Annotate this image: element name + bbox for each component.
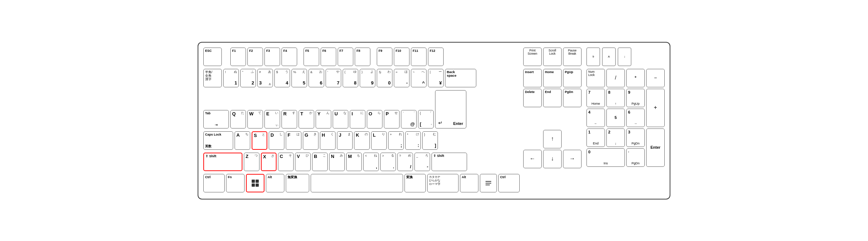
key-u[interactable]: Uな [333, 110, 348, 128]
key-f6[interactable]: F6 [321, 48, 336, 66]
key-at[interactable]: `゛ @ [401, 110, 417, 128]
key-num-2[interactable]: 2 ↓ [606, 128, 625, 147]
key-b[interactable]: Bこ [312, 153, 328, 171]
key-num-add[interactable]: + [646, 89, 665, 127]
key-9[interactable]: )よ 9 [360, 69, 375, 87]
key-p[interactable]: Pせ [384, 110, 400, 128]
key-app[interactable] [480, 174, 497, 192]
key-num-5[interactable]: 5 [606, 109, 625, 127]
key-num-0[interactable]: 0 Ins [586, 148, 625, 167]
key-f11[interactable]: F11 [411, 48, 427, 66]
key-k[interactable]: Kの [354, 131, 370, 150]
key-8[interactable]: (ゆ 8 [343, 69, 358, 87]
key-s[interactable]: Sと [252, 131, 267, 150]
key-num-9[interactable]: 9 PgUp [626, 89, 645, 107]
key-3[interactable]: #あ 3 あ [257, 69, 273, 87]
key-num-8[interactable]: 8 ↑ [606, 89, 625, 107]
key-q[interactable]: Qた [230, 110, 246, 128]
key-x[interactable]: Xさ [261, 153, 277, 171]
key-arrow-left[interactable]: ← [523, 150, 542, 168]
key-home[interactable]: Home [543, 69, 562, 87]
key-2[interactable]: "ふ 2 [240, 69, 256, 87]
key-ctrl-right[interactable]: Ctrl [498, 174, 520, 192]
key-pgdn[interactable]: PgDn [563, 89, 582, 107]
key-f4[interactable]: F4 [282, 48, 297, 66]
key-delete[interactable]: Delete [523, 89, 542, 107]
key-minus[interactable]: =ほ - [394, 69, 409, 87]
key-7[interactable]: 'や 7 [326, 69, 341, 87]
key-period[interactable]: >る . [380, 153, 396, 171]
key-yen[interactable]: |ー ¥ [428, 69, 444, 87]
key-f[interactable]: Fは [286, 131, 301, 150]
key-r[interactable]: Rす [282, 110, 297, 128]
key-o[interactable]: Oら [367, 110, 382, 128]
key-a[interactable]: Aち [235, 131, 250, 150]
key-num-7[interactable]: 7 Home [586, 89, 605, 107]
key-num-3[interactable]: 3 PgDn [626, 128, 645, 147]
key-win[interactable] [246, 174, 264, 192]
key-1[interactable]: !ぬ 1 [223, 69, 239, 87]
key-5[interactable]: %え 5 [291, 69, 307, 87]
key-insert[interactable]: Insert [523, 69, 542, 87]
key-alt-right[interactable]: Alt [460, 174, 478, 192]
key-6[interactable]: &お 6 [309, 69, 324, 87]
key-v[interactable]: Vひ [295, 153, 311, 171]
key-num-enter[interactable]: Enter [646, 128, 665, 167]
key-e[interactable]: Eい い [264, 110, 280, 128]
key-arrow-right[interactable]: → [563, 150, 582, 168]
key-f2[interactable]: F2 [247, 48, 263, 66]
key-f7[interactable]: F7 [338, 48, 353, 66]
key-num-decimal[interactable]: · PgDn [626, 148, 645, 167]
key-muhenkan[interactable]: 無変換 [286, 174, 309, 192]
key-scroll-lock[interactable]: Scroll Lock [543, 48, 562, 66]
key-backspace[interactable]: Back space [445, 69, 476, 87]
key-num-4[interactable]: 4 ← [586, 109, 605, 127]
key-hankaku[interactable]: 半角/ 全角 漢字 [203, 69, 222, 87]
key-enter[interactable]: Enter ↵ [435, 90, 466, 128]
key-shift-right[interactable]: ⇧ Shift [432, 153, 467, 171]
key-num-subtract[interactable]: − [646, 69, 665, 87]
key-semicolon[interactable]: +れ ; [388, 131, 404, 150]
key-c[interactable]: Cそ [278, 153, 294, 171]
key-colon[interactable]: *け : [405, 131, 421, 150]
key-f9[interactable]: F9 [377, 48, 392, 66]
key-tab[interactable]: Tab ⇥ [203, 110, 229, 128]
key-f5[interactable]: F5 [304, 48, 319, 66]
key-j[interactable]: Jま [337, 131, 353, 150]
key-m[interactable]: Mも [346, 153, 362, 171]
key-f3[interactable]: F3 [264, 48, 280, 66]
key-num-6[interactable]: 6 → [626, 109, 645, 127]
key-comma[interactable]: <ね , [363, 153, 379, 171]
key-backslash[interactable]: _ろ - [414, 153, 430, 171]
key-esc[interactable]: ESC [203, 48, 222, 66]
key-arrow-down[interactable]: ↓ [543, 150, 562, 168]
key-f10[interactable]: F10 [394, 48, 409, 66]
key-i[interactable]: Iに [350, 110, 365, 128]
key-space[interactable] [311, 174, 403, 192]
key-w[interactable]: Wて [247, 110, 263, 128]
key-y[interactable]: Yん [316, 110, 331, 128]
key-f12[interactable]: F12 [428, 48, 444, 66]
key-f1[interactable]: F1 [230, 48, 246, 66]
key-alt-left[interactable]: Alt [266, 174, 284, 192]
key-num-1[interactable]: 1 End [586, 128, 605, 147]
key-caps-lock[interactable]: Caps Lock 英数 [203, 131, 233, 150]
key-shift-left[interactable]: ⇧ Shift [203, 153, 242, 171]
key-l[interactable]: Lり [371, 131, 387, 150]
key-henkan[interactable]: 変換 [404, 174, 426, 192]
key-end[interactable]: End [543, 89, 562, 107]
key-num-multiply[interactable]: * [626, 69, 645, 87]
key-pause-break[interactable]: Pause Break [563, 48, 582, 66]
key-katakana[interactable]: カタカナ ひらがな ローマ字 [427, 174, 459, 192]
key-f8[interactable]: F8 [355, 48, 370, 66]
key-ctrl-left[interactable]: Ctrl [203, 174, 225, 192]
key-slash[interactable]: ?め / [397, 153, 413, 171]
key-bracket-left[interactable]: {「 [ ° [418, 110, 434, 128]
key-bracket-right[interactable]: }む ] [422, 131, 438, 150]
key-num-divide[interactable]: / [606, 69, 625, 87]
key-caret[interactable]: ~へ ^ [411, 69, 427, 87]
key-n[interactable]: Nみ [329, 153, 345, 171]
key-4[interactable]: $う 4 [274, 69, 290, 87]
key-pgup[interactable]: PgUp [563, 69, 582, 87]
key-0[interactable]: をわ 0 [377, 69, 392, 87]
